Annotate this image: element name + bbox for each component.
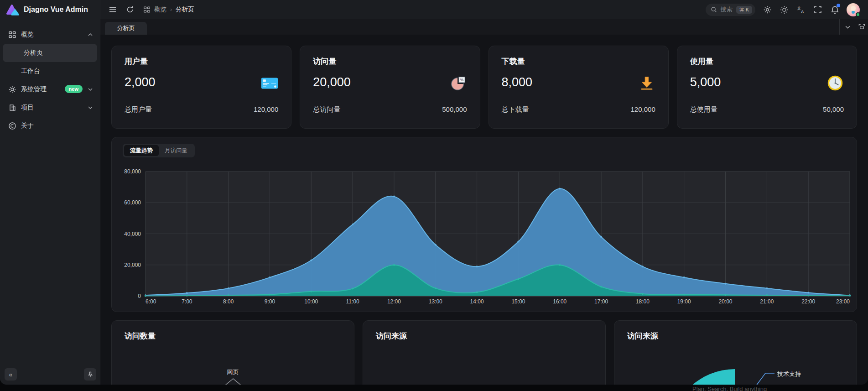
stat-value: 8,000	[502, 75, 533, 89]
sidebar-item-label: 概览	[21, 31, 34, 39]
stat-footer-label: 总访问量	[313, 105, 340, 114]
sidebar-item-workbench[interactable]: 工作台	[0, 62, 100, 80]
notification-dot	[837, 4, 840, 7]
svg-text:A: A	[801, 10, 804, 14]
sidebar-item-overview[interactable]: 概览	[0, 26, 100, 44]
sidebar-item-label: 项目	[21, 104, 34, 112]
stat-title: 使用量	[690, 56, 713, 67]
background-overlay-text: Plan, Search, Build anything	[692, 386, 767, 391]
stat-footer-value: 500,000	[442, 105, 467, 114]
grid-icon	[143, 6, 151, 13]
svg-text:20:00: 20:00	[719, 298, 733, 305]
refresh-icon[interactable]	[126, 5, 134, 14]
svg-text:60,000: 60,000	[124, 199, 141, 206]
theme-toggle-button[interactable]	[779, 5, 789, 15]
stat-card-users: 用户量 2,000 总用户量 120,000	[111, 46, 291, 129]
chevron-down-icon	[845, 26, 850, 29]
svg-text:%: %	[460, 78, 463, 82]
svg-text:40,000: 40,000	[124, 231, 141, 237]
chevron-down-icon	[88, 88, 93, 91]
sidebar-item-about[interactable]: 关于	[0, 117, 100, 135]
breadcrumb-page: 分析页	[176, 5, 194, 14]
breadcrumb-section[interactable]: 概览	[154, 5, 166, 14]
gear-icon	[763, 5, 772, 14]
logo-row[interactable]: Djagno Vue Admin	[0, 0, 100, 19]
stat-value: 5,000	[690, 75, 721, 89]
svg-text:0: 0	[138, 293, 141, 299]
top-header: 概览 › 分析页 搜索 ⌘ K	[100, 0, 868, 19]
search-input[interactable]: 搜索 ⌘ K	[706, 4, 755, 16]
stat-value: 20,000	[313, 75, 351, 89]
card-title: 访问数量	[125, 331, 156, 341]
breadcrumb-separator: ›	[170, 6, 172, 13]
sidebar: Djagno Vue Admin 概览 分析页 工作台	[0, 0, 100, 385]
app-window: Djagno Vue Admin 概览 分析页 工作台	[0, 0, 868, 385]
svg-text:80,000: 80,000	[124, 168, 141, 175]
grid-icon	[8, 31, 16, 39]
search-icon	[711, 6, 717, 13]
stat-footer-label: 总使用量	[690, 105, 717, 114]
traffic-trend-card: 流量趋势 月访问量 020,00040,00060,00080,0006:007…	[111, 137, 857, 312]
tab-list-dropdown-button[interactable]	[840, 19, 855, 35]
pie-callout-label: 技术支持	[777, 370, 801, 378]
fullscreen-button[interactable]	[813, 5, 823, 15]
sidebar-item-analysis[interactable]: 分析页	[3, 44, 97, 62]
pie-chart[interactable]	[614, 321, 857, 385]
sidebar-item-project[interactable]: 项目	[0, 99, 100, 117]
tab-analysis[interactable]: 分析页	[105, 22, 147, 35]
online-status-dot	[856, 12, 860, 17]
tab-bar: 分析页	[100, 19, 868, 35]
sun-icon	[780, 5, 789, 14]
sidebar-menu: 概览 分析页 工作台 系统管理 new	[0, 26, 100, 135]
svg-text:22:00: 22:00	[801, 298, 815, 305]
chevron-up-icon	[88, 33, 93, 36]
svg-text:16:00: 16:00	[553, 298, 567, 305]
svg-text:8:00: 8:00	[223, 298, 234, 305]
pin-sidebar-button[interactable]	[84, 368, 96, 381]
svg-text:18:00: 18:00	[636, 298, 650, 305]
pie-percent-icon: %	[449, 73, 468, 93]
settings-button[interactable]	[762, 5, 772, 15]
funnel-chart[interactable]: 网页	[112, 368, 354, 385]
traffic-trend-chart[interactable]: 020,00040,00060,00080,0006:007:008:009:0…	[112, 137, 858, 313]
visit-source-pie-card: 访问来源	[363, 320, 606, 385]
tab-traffic-trend[interactable]: 流量趋势	[124, 145, 159, 156]
visit-count-card: 访问数量 网页	[111, 320, 354, 385]
stat-cards-row: 用户量 2,000 总用户量 120,000 访问量 20,000	[111, 46, 857, 129]
svg-text:6:00: 6:00	[146, 298, 156, 305]
bottom-cards-row: 访问数量 网页 访问来源 访问来源	[111, 320, 857, 385]
svg-text:19:00: 19:00	[677, 298, 691, 305]
search-placeholder: 搜索	[721, 5, 733, 14]
chevron-down-icon	[88, 106, 93, 109]
svg-text:20,000: 20,000	[124, 262, 141, 268]
svg-text:10:00: 10:00	[304, 298, 318, 305]
tab-monthly-visits[interactable]: 月访问量	[159, 145, 193, 156]
stat-card-visits: 访问量 20,000 % 总访问量 500,000	[300, 46, 480, 129]
expand-screen-icon	[858, 24, 865, 31]
user-avatar[interactable]	[847, 3, 860, 16]
svg-text:11:00: 11:00	[346, 298, 359, 305]
content-fullscreen-button[interactable]	[855, 19, 868, 35]
pie-chart[interactable]	[363, 321, 606, 385]
pin-icon	[88, 371, 93, 378]
notifications-button[interactable]	[830, 5, 840, 15]
clock-icon	[826, 73, 845, 93]
svg-text:7:00: 7:00	[182, 298, 192, 305]
building-icon	[8, 104, 16, 112]
sidebar-bottom-bar: «	[0, 368, 100, 382]
translate-icon: 文 A	[796, 5, 806, 14]
collapse-sidebar-button[interactable]: «	[5, 368, 17, 381]
stat-title: 访问量	[313, 56, 336, 67]
svg-text:9:00: 9:00	[265, 298, 275, 305]
svg-text:23:00: 23:00	[836, 298, 850, 305]
language-button[interactable]: 文 A	[796, 5, 806, 15]
svg-text:12:00: 12:00	[387, 298, 401, 305]
stat-footer-value: 50,000	[823, 105, 844, 114]
collapse-icon: «	[9, 371, 13, 378]
sidebar-item-system[interactable]: 系统管理 new	[0, 80, 100, 99]
svg-text:15:00: 15:00	[511, 298, 525, 305]
hamburger-menu-icon[interactable]	[109, 5, 117, 14]
sidebar-item-label: 系统管理	[21, 85, 47, 94]
stat-value: 2,000	[125, 75, 156, 89]
svg-text:13:00: 13:00	[429, 298, 442, 305]
